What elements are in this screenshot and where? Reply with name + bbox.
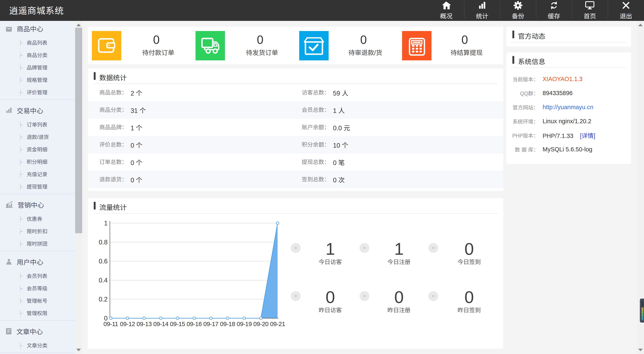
svg-text:09-11: 09-11: [104, 321, 118, 327]
svg-text:09-19: 09-19: [237, 321, 252, 327]
svg-text:0.2: 0.2: [99, 296, 108, 303]
svg-text:0.4: 0.4: [99, 277, 108, 284]
svg-text:09-21: 09-21: [270, 321, 285, 327]
svg-text:09-14: 09-14: [153, 321, 168, 327]
svg-text:09-20: 09-20: [253, 321, 268, 327]
svg-text:09-13: 09-13: [136, 321, 152, 327]
svg-text:09-17: 09-17: [204, 321, 218, 327]
svg-text:09-12: 09-12: [120, 321, 135, 327]
svg-text:09-18: 09-18: [220, 321, 235, 327]
svg-text:0.6: 0.6: [99, 258, 108, 265]
svg-text:09-16: 09-16: [187, 321, 202, 327]
svg-text:09-15: 09-15: [170, 321, 185, 327]
svg-text:0.8: 0.8: [99, 239, 108, 246]
svg-text:1: 1: [104, 220, 108, 227]
